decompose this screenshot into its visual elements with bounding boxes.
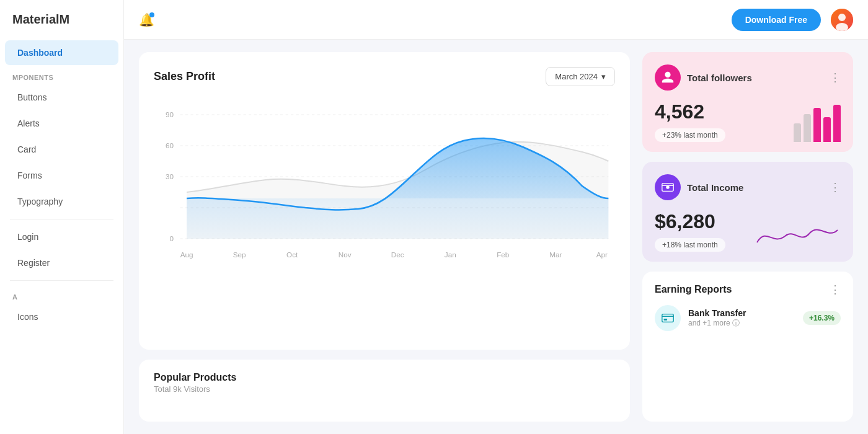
sidebar-item-register[interactable]: Register [5,250,118,275]
income-value: $6,280 [655,210,725,233]
income-left: $6,280 +18% last month [655,210,725,252]
topbar-right: Download Free [732,9,853,31]
income-title-row: Total Income [655,174,743,200]
income-body: $6,280 +18% last month [655,210,841,252]
popular-products-title: Popular Products [154,372,615,383]
sidebar-divider-1 [10,219,113,219]
followers-body: 4,562 +23% last month [655,100,841,142]
sales-chart: 90 60 30 0 [154,96,615,270]
income-menu-icon[interactable]: ⋮ [830,180,841,194]
svg-text:30: 30 [166,173,174,180]
followers-title-row: Total followers [655,64,752,91]
earning-menu-icon[interactable]: ⋮ [830,283,841,296]
svg-text:Feb: Feb [497,251,509,259]
svg-rect-24 [662,314,673,322]
mini-bar-1 [794,123,801,142]
notification-dot [149,12,154,17]
svg-rect-26 [664,319,668,321]
income-badge: +18% last month [655,238,725,252]
svg-text:Sep: Sep [233,251,246,259]
sidebar-item-forms[interactable]: Forms [5,163,118,188]
bell-icon[interactable]: 🔔 [139,12,154,27]
followers-value: 4,562 [655,100,725,123]
sidebar-section-components: MPONENTS [0,66,123,84]
main-content: 🔔 Download Free Sales Profit [124,0,868,434]
chevron-down-icon: ▾ [601,72,606,81]
earning-sub: and +1 more ⓘ [688,318,795,329]
mini-bar-5 [833,105,841,142]
right-column: Total followers ⋮ 4,562 +23% last month [642,52,853,422]
avatar[interactable] [831,9,853,31]
earning-info: Bank Transfer and +1 more ⓘ [688,308,795,329]
mini-bar-3 [813,108,821,142]
content-area: Sales Profit March 2024 ▾ [124,40,868,434]
svg-text:Apr: Apr [596,251,608,259]
sidebar-section-a: A [0,286,123,303]
chart-header: Sales Profit March 2024 ▾ [154,67,615,86]
svg-text:90: 90 [166,111,174,118]
earning-percentage: +16.3% [803,311,841,325]
total-followers-card: Total followers ⋮ 4,562 +23% last month [642,52,853,152]
topbar: 🔔 Download Free [124,0,868,40]
earning-item: Bank Transfer and +1 more ⓘ +16.3% [655,305,841,331]
income-mini-chart [754,215,841,252]
popular-products-card: Popular Products Total 9k Visitors [139,360,630,422]
topbar-left: 🔔 [139,12,154,27]
earning-name: Bank Transfer [688,308,795,318]
sidebar-item-buttons[interactable]: Buttons [5,85,118,110]
followers-mini-chart [794,105,841,142]
sidebar-item-login[interactable]: Login [5,224,118,249]
month-selector-button[interactable]: March 2024 ▾ [546,67,615,86]
svg-text:60: 60 [166,142,174,149]
sidebar-item-alerts[interactable]: Alerts [5,111,118,136]
svg-text:Oct: Oct [286,251,298,259]
left-column: Sales Profit March 2024 ▾ [139,52,630,422]
svg-point-1 [838,14,846,21]
svg-text:Jan: Jan [445,251,456,259]
sidebar: MaterialM Dashboard MPONENTS Buttons Ale… [0,0,124,434]
sidebar-item-card[interactable]: Card [5,137,118,162]
followers-icon [655,64,681,91]
chart-title: Sales Profit [154,70,215,83]
income-icon [655,174,681,200]
followers-card-header: Total followers ⋮ [655,64,841,91]
download-free-button[interactable]: Download Free [732,9,821,31]
followers-left: 4,562 +23% last month [655,100,725,142]
sidebar-item-icons[interactable]: Icons [5,304,118,329]
svg-text:0: 0 [169,235,174,242]
mini-bar-4 [823,117,831,142]
svg-point-22 [666,185,670,189]
svg-text:Dec: Dec [391,251,404,259]
svg-text:Mar: Mar [549,251,562,259]
bank-transfer-icon [655,305,681,331]
income-title: Total Income [687,182,743,193]
sidebar-item-typography[interactable]: Typography [5,189,118,214]
sales-profit-card: Sales Profit March 2024 ▾ [139,52,630,350]
mini-bar-2 [804,114,811,142]
followers-menu-icon[interactable]: ⋮ [830,71,841,84]
total-income-card: Total Income ⋮ $6,280 +18% last month [642,162,853,262]
earning-header: Earning Reports ⋮ [655,283,841,296]
sidebar-item-dashboard[interactable]: Dashboard [5,40,118,65]
income-card-header: Total Income ⋮ [655,174,841,200]
svg-text:Aug: Aug [180,251,193,259]
popular-products-subtitle: Total 9k Visitors [154,384,615,394]
earning-title: Earning Reports [655,284,732,295]
followers-title: Total followers [687,73,752,83]
sidebar-logo: MaterialM [0,12,123,39]
svg-text:Nov: Nov [339,251,352,259]
followers-badge: +23% last month [655,128,725,142]
sidebar-divider-2 [10,280,113,281]
earning-reports-card: Earning Reports ⋮ Bank Transfer and +1 m… [642,272,853,422]
